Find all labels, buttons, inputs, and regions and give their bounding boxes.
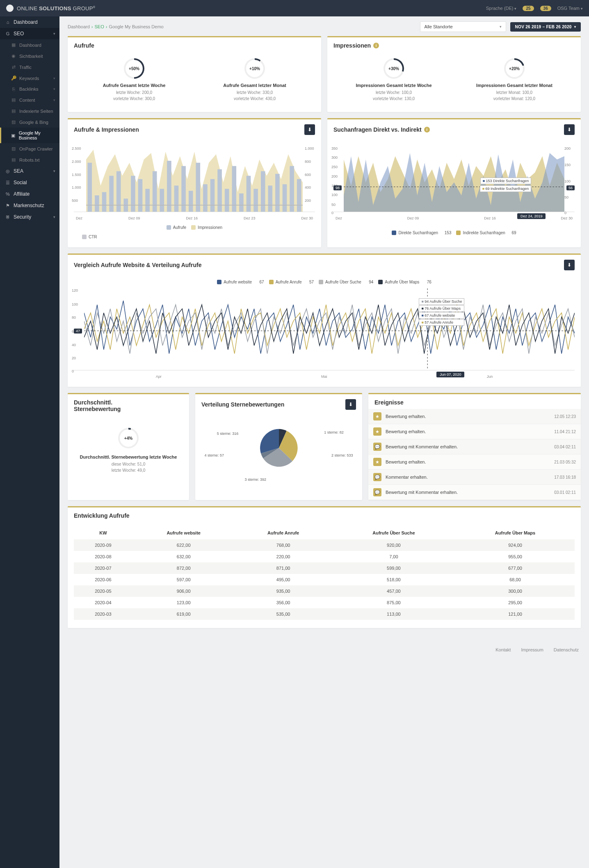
breadcrumb-b[interactable]: SEO xyxy=(95,24,104,29)
info-icon[interactable]: i xyxy=(424,127,430,132)
menu-icon: 🔑 xyxy=(11,75,16,81)
notif-badge-2[interactable]: 36 xyxy=(540,6,551,11)
sidebar-item-content[interactable]: ▤Content▾ xyxy=(0,94,59,105)
table-entwicklung: KWAufrufe websiteAufrufe AnrufeAufrufe Ü… xyxy=(74,526,575,620)
brand-text: ONLINE SOLUTIONS GROUP® xyxy=(17,5,95,11)
svg-rect-8 xyxy=(138,179,143,212)
sidebar-item-backlinks[interactable]: ⎘Backlinks▾ xyxy=(0,84,59,94)
table-row: 2020-08632,00220,007,00955,00 xyxy=(74,551,575,562)
donut-chart: +4% xyxy=(118,428,139,448)
brand-icon xyxy=(6,5,14,12)
card-aufrufe: Aufrufe +50% Aufrufe Gesamt letzte Woche… xyxy=(68,36,321,112)
svg-rect-3 xyxy=(102,192,107,212)
chart-tooltip: ■ 67 Aufrufe website xyxy=(419,312,464,319)
event-row[interactable]: 💬Bewertung mit Kommentar erhalten.03.04 … xyxy=(368,439,581,455)
sidebar-item-sichtbarkeit[interactable]: ◉Sichtbarkeit xyxy=(0,50,59,62)
g-icon: G xyxy=(5,31,10,36)
footer-datenschutz[interactable]: Datenschutz xyxy=(554,647,579,652)
sidebar-item-traffic[interactable]: ⇄Traffic xyxy=(0,62,59,73)
topbar: ONLINE SOLUTIONS GROUP® Sprache (DE) ▾ 2… xyxy=(0,0,589,16)
footer-impressum[interactable]: Impressum xyxy=(521,647,543,652)
chart-aufrufe-impressionen: 2.5002.0001.5001.000500 1.00080060040020… xyxy=(74,146,315,212)
svg-rect-20 xyxy=(225,189,229,212)
notif-badge-1[interactable]: 25 xyxy=(523,6,534,11)
chat-icon: 💬 xyxy=(373,443,381,451)
download-button[interactable]: ⬇ xyxy=(345,399,356,410)
svg-rect-21 xyxy=(232,166,237,212)
svg-rect-5 xyxy=(116,171,121,212)
sidebar-item-seo[interactable]: GSEO▾ xyxy=(0,28,59,39)
donut-chart: +10% xyxy=(244,58,265,79)
sidebar-item-dashboard[interactable]: ⌂Dashboard xyxy=(0,16,59,28)
table-row: 2020-05906,00935,00457,00300,00 xyxy=(74,585,575,597)
sidebar-item-indexierte-seiten[interactable]: ▤Indexierte Seiten xyxy=(0,105,59,116)
language-switch[interactable]: Sprache (DE) ▾ xyxy=(486,6,517,11)
svg-rect-26 xyxy=(268,185,273,212)
menu-icon: ◉ xyxy=(11,53,16,59)
svg-rect-16 xyxy=(196,163,201,212)
event-row[interactable]: 💬Kommentar erhalten.17.03 16:18 xyxy=(368,470,581,485)
svg-rect-10 xyxy=(153,171,157,212)
menu-icon: ▤ xyxy=(11,97,16,103)
table-row: 2020-07872,00871,00599,00677,00 xyxy=(74,562,575,574)
social-icon: ☰ xyxy=(5,180,10,185)
location-select[interactable]: Alle Standorte xyxy=(420,21,506,32)
sidebar-item-google-my-business[interactable]: ▣Google My Business xyxy=(0,128,59,143)
pie-chart: 1 sterne: 82 2 sterne: 533 3 sterne: 392… xyxy=(201,417,356,483)
sidebar-item-keywords[interactable]: 🔑Keywords▾ xyxy=(0,73,59,84)
svg-rect-1 xyxy=(88,163,92,212)
svg-rect-27 xyxy=(275,174,280,212)
event-row[interactable]: ★Bewertung erhalten.12.05 12:23 xyxy=(368,409,581,424)
event-row[interactable]: ★Bewertung erhalten.11.04 21:12 xyxy=(368,424,581,439)
card-events: Ereignisse ★Bewertung erhalten.12.05 12:… xyxy=(368,393,581,500)
sidebar-item-dashboard[interactable]: ▦Dashboard xyxy=(0,39,59,50)
event-row[interactable]: 💬Bewertung mit Kommentar erhalten.03.01 … xyxy=(368,485,581,500)
table-row: 2020-03619,00535,00113,00121,00 xyxy=(74,608,575,620)
donut-chart: +30% xyxy=(384,58,404,79)
chat-icon: 💬 xyxy=(373,488,381,496)
sidebar-item-google-bing[interactable]: ▨Google & Bing xyxy=(0,116,59,128)
date-range-picker[interactable]: NOV 26 2019 – FEB 26 2020 xyxy=(510,22,581,32)
svg-rect-9 xyxy=(145,189,150,212)
svg-rect-29 xyxy=(290,166,294,212)
menu-icon: ▨ xyxy=(11,146,16,151)
menu-icon: ▨ xyxy=(11,119,16,125)
table-row: 2020-09622,00768,00920,00924,00 xyxy=(74,539,575,551)
footer-kontakt[interactable]: Kontakt xyxy=(495,647,511,652)
info-icon[interactable]: i xyxy=(373,43,379,48)
sidebar-item-robots-txt[interactable]: ▤Robots.txt xyxy=(0,154,59,165)
star-icon: ★ xyxy=(373,427,381,436)
star-icon: ★ xyxy=(373,412,381,420)
svg-rect-18 xyxy=(210,179,215,212)
chart-vergleich: 120100806040200 ■ xyxy=(74,288,575,370)
svg-rect-28 xyxy=(283,184,287,212)
sidebar-item-markenschutz[interactable]: ⚑Markenschutz xyxy=(0,200,59,211)
sidebar-item-security[interactable]: ⛨Security▾ xyxy=(0,211,59,223)
brand-logo: ONLINE SOLUTIONS GROUP® xyxy=(6,5,95,12)
event-row[interactable]: ★Bewertung erhalten.21.03 05:32 xyxy=(368,455,581,470)
card-impressionen: Impressioneni +30% Impressionen Gesamt l… xyxy=(327,36,581,112)
download-button[interactable]: ⬇ xyxy=(564,124,575,135)
chart-tooltip: ■ 153 Direkte Suchanfragen xyxy=(480,178,532,184)
svg-rect-22 xyxy=(239,193,244,212)
chart-suchanfragen: 350300250200150100500 200150100500 ■ 153… xyxy=(333,146,575,212)
sidebar-item-sea[interactable]: ◎SEA▾ xyxy=(0,165,59,177)
menu-icon: ⇄ xyxy=(11,64,16,70)
svg-rect-15 xyxy=(189,191,193,212)
donut-chart: +20% xyxy=(504,58,525,79)
user-menu[interactable]: OSG Team ▾ xyxy=(557,6,583,11)
card-entwicklung: Entwicklung Aufrufe KWAufrufe websiteAuf… xyxy=(68,506,581,628)
sidebar-item-social[interactable]: ☰Social xyxy=(0,177,59,188)
sidebar-item-onpage-crawler[interactable]: ▨OnPage Crawler xyxy=(0,143,59,154)
chart-tooltip: ■ 94 Aufrufe Über Suche xyxy=(419,298,464,305)
download-button[interactable]: ⬇ xyxy=(304,124,315,135)
flag-icon: ⚑ xyxy=(5,203,10,208)
link-icon: % xyxy=(5,192,10,196)
svg-rect-14 xyxy=(181,166,186,212)
download-button[interactable]: ⬇ xyxy=(564,260,575,270)
svg-rect-12 xyxy=(167,161,171,212)
home-icon: ⌂ xyxy=(5,20,10,25)
sidebar-item-affiliate[interactable]: %Affiliate xyxy=(0,188,59,200)
breadcrumb-a[interactable]: Dashboard xyxy=(68,24,90,29)
sidebar: ⌂Dashboard GSEO▾ ▦Dashboard◉Sichtbarkeit… xyxy=(0,16,59,868)
